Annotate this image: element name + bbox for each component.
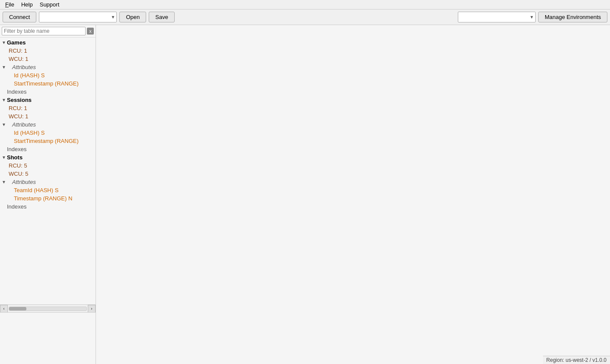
games-indexes-label: Indexes — [2, 89, 27, 95]
shots-wcu-label: WCU: 5 — [2, 171, 29, 177]
shots-rcu: RCU: 5 — [0, 161, 96, 170]
games-attributes-row[interactable]: ▼ Attributes — [0, 63, 96, 71]
sessions-indexes-row[interactable]: Indexes — [0, 145, 96, 153]
toolbar: Connect ▼ Open Save ▼ Manage Environment… — [0, 9, 610, 25]
shots-attr-timestamp: Timestamp (RANGE) N — [0, 194, 96, 203]
games-rcu-label: RCU: 1 — [2, 47, 27, 54]
connect-button[interactable]: Connect — [3, 12, 36, 22]
shots-rcu-label: RCU: 5 — [2, 162, 27, 169]
toggle-sessions-attributes-icon: ▼ — [2, 122, 6, 127]
sessions-attributes-label: Attributes — [7, 121, 36, 128]
sessions-rcu-label: RCU: 1 — [2, 105, 27, 111]
shots-attributes-label: Attributes — [7, 179, 36, 185]
sessions-rcu: RCU: 1 — [0, 104, 96, 112]
table-label-games: Games — [7, 39, 26, 46]
table-row-sessions[interactable]: ▼ Sessions — [0, 96, 96, 104]
right-dropdown-container: ▼ — [458, 12, 536, 22]
sidebar-tree: ▼ Games RCU: 1 WCU: 1 ▼ Attributes Id (H… — [0, 38, 96, 304]
horizontal-scrollbar: ‹ › — [0, 304, 96, 312]
table-label-sessions: Sessions — [7, 97, 32, 103]
table-row-games[interactable]: ▼ Games — [0, 38, 96, 47]
manage-environments-button[interactable]: Manage Environments — [538, 12, 607, 22]
sidebar-bottom-panel — [0, 312, 96, 364]
menu-file[interactable]: File — [2, 0, 18, 9]
menu-support[interactable]: Support — [36, 0, 63, 9]
shots-indexes-row[interactable]: Indexes — [0, 203, 96, 211]
sessions-indexes-label: Indexes — [2, 146, 27, 152]
games-indexes-row[interactable]: Indexes — [0, 88, 96, 96]
left-dropdown-container: ▼ — [39, 12, 117, 22]
hscroll-track[interactable] — [9, 307, 87, 311]
sessions-attr-start-timestamp-label: StartTimestamp (RANGE) — [2, 138, 79, 144]
toggle-games-icon: ▼ — [2, 40, 6, 45]
status-bar: Region: us-west-2 / v1.0.0 — [543, 356, 610, 364]
status-region-text: Region: us-west-2 / v1.0.0 — [546, 357, 607, 363]
right-dropdown[interactable] — [458, 12, 536, 22]
games-attr-id: Id (HASH) S — [0, 71, 96, 79]
main-layout: x ▼ Games RCU: 1 WCU: 1 ▼ Attributes — [0, 25, 610, 364]
filter-row: x — [0, 25, 96, 38]
games-attributes-label: Attributes — [7, 64, 36, 70]
menu-help[interactable]: Help — [18, 0, 36, 9]
toggle-games-attributes-icon: ▼ — [2, 65, 6, 70]
filter-input[interactable] — [2, 27, 86, 35]
hscroll-left-button[interactable]: ‹ — [0, 305, 8, 313]
games-wcu-label: WCU: 1 — [2, 56, 29, 62]
games-attr-start-timestamp: StartTimestamp (RANGE) — [0, 79, 96, 88]
sessions-wcu: WCU: 1 — [0, 112, 96, 120]
shots-wcu: WCU: 5 — [0, 170, 96, 178]
filter-clear-button[interactable]: x — [87, 28, 94, 35]
sessions-attributes-row[interactable]: ▼ Attributes — [0, 120, 96, 129]
tree: ▼ Games RCU: 1 WCU: 1 ▼ Attributes Id (H… — [0, 38, 96, 212]
sessions-attr-id: Id (HASH) S — [0, 129, 96, 137]
shots-attributes-row[interactable]: ▼ Attributes — [0, 178, 96, 186]
shots-indexes-label: Indexes — [2, 203, 27, 210]
sessions-attr-start-timestamp: StartTimestamp (RANGE) — [0, 137, 96, 145]
sessions-wcu-label: WCU: 1 — [2, 113, 29, 120]
games-attr-id-label: Id (HASH) S — [2, 72, 45, 79]
toggle-shots-icon: ▼ — [2, 155, 6, 160]
games-wcu: WCU: 1 — [0, 55, 96, 63]
save-button[interactable]: Save — [149, 12, 175, 22]
menu-bar: File Help Support — [0, 0, 610, 9]
games-attr-start-timestamp-label: StartTimestamp (RANGE) — [2, 80, 79, 87]
table-row-shots[interactable]: ▼ Shots — [0, 153, 96, 161]
toggle-sessions-icon: ▼ — [2, 98, 6, 102]
toggle-shots-attributes-icon: ▼ — [2, 180, 6, 184]
games-rcu: RCU: 1 — [0, 47, 96, 55]
shots-attr-teamid-label: TeamId (HASH) S — [2, 187, 58, 193]
sessions-attr-id-label: Id (HASH) S — [2, 130, 45, 136]
hscroll-thumb — [9, 307, 26, 310]
shots-attr-timestamp-label: Timestamp (RANGE) N — [2, 195, 72, 202]
shots-attr-teamid: TeamId (HASH) S — [0, 186, 96, 194]
open-button[interactable]: Open — [119, 12, 146, 22]
sidebar: x ▼ Games RCU: 1 WCU: 1 ▼ Attributes — [0, 25, 96, 364]
table-label-shots: Shots — [7, 154, 22, 161]
left-dropdown[interactable] — [39, 12, 117, 22]
hscroll-right-button[interactable]: › — [88, 305, 96, 313]
content-area — [96, 25, 610, 364]
